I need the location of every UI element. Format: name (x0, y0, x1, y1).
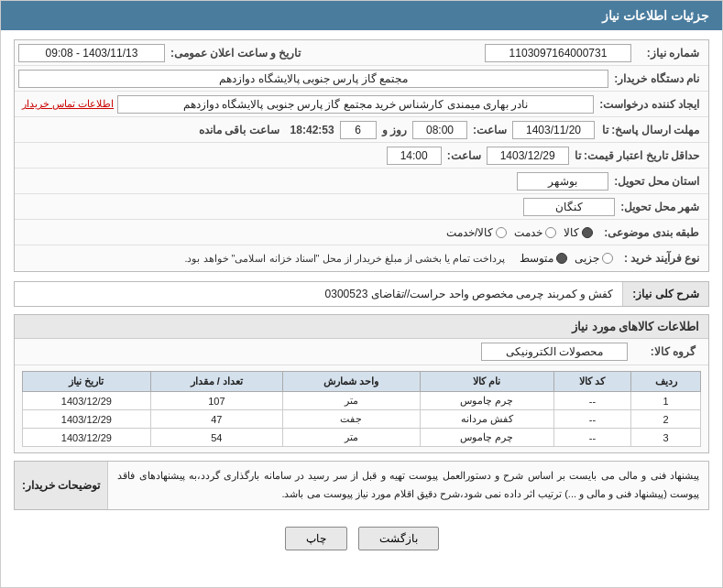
purchase-radio-partial (602, 253, 613, 264)
category-goods-label: کالا (564, 226, 579, 239)
row-creator: ایجاد کننده درخواست: نادر بهاری میمندی ک… (15, 92, 708, 117)
table-cell: -- (553, 410, 630, 429)
goods-table-container: ردیف کد کالا نام کالا واحد شمارش تعداد /… (15, 365, 708, 452)
table-row: 2--کفش مردانهجفت471403/12/29 (23, 410, 701, 429)
price-date-value: 1403/12/29 (487, 147, 569, 165)
table-cell: 1 (631, 392, 701, 410)
col-header-name: نام کالا (420, 372, 553, 392)
need-number-label: شماره نیاز: (631, 45, 705, 61)
purchase-radio-group: جزیی متوسط (514, 250, 619, 267)
purchase-option-partial[interactable]: جزیی (575, 252, 613, 265)
reply-day-value: 6 (340, 121, 377, 139)
province-label: استان محل تحویل: (608, 173, 705, 190)
table-cell: 107 (150, 392, 282, 410)
reply-date-value: 1403/11/20 (512, 121, 595, 139)
table-row: 1--چرم چاموسمتر1071403/12/29 (23, 392, 701, 410)
purchase-partial-label: جزیی (575, 252, 599, 265)
category-label: طبقه بندی موضوعی: (598, 224, 705, 241)
category-radio-group: کالا خدمت کالا/خدمت (441, 224, 598, 241)
reply-deadline-label: مهلت ارسال پاسخ: تا (595, 122, 705, 138)
col-header-unit: واحد شمارش (282, 372, 420, 392)
purchase-radio-medium (556, 253, 567, 264)
table-cell: -- (553, 392, 630, 410)
category-service-label: خدمت (514, 226, 542, 239)
creator-label: ایجاد کننده درخواست: (594, 96, 705, 113)
category-option-goods[interactable]: کالا (564, 226, 593, 239)
main-form-section: شماره نیاز: 1103097164000731 تاریخ و ساع… (14, 39, 709, 272)
table-cell: 2 (631, 410, 701, 429)
page-wrapper: جزئیات اطلاعات نیاز شماره نیاز: 11030971… (0, 0, 723, 588)
col-header-date: تاریخ نیاز (23, 372, 151, 392)
buyer-notes-label: توضیحات خریدار: (15, 462, 108, 509)
col-header-qty: تعداد / مقدار (150, 372, 282, 392)
table-cell: 54 (150, 429, 282, 447)
buyer-notes-text: پیشنهاد فنی و مالی می بایست بر اساس شرح … (108, 462, 708, 509)
table-cell: کفش مردانه (420, 410, 553, 429)
goods-group-value: محصولات الکترونیکی (481, 343, 628, 361)
category-option-both[interactable]: کالا/خدمت (446, 226, 507, 239)
goods-group-row: گروه کالا: محصولات الکترونیکی (15, 339, 708, 365)
need-description-section: شرح کلی نیاز: کفش و کمربند چرمی مخصوص وا… (14, 281, 709, 307)
purchase-option-medium[interactable]: متوسط (520, 252, 567, 265)
table-cell: جفت (282, 410, 420, 429)
date-value: 1403/11/13 - 09:08 (18, 44, 165, 62)
reply-time-value: 08:00 (412, 121, 467, 139)
reply-remaining-label: ساعت باقی مانده (193, 122, 285, 138)
table-cell: متر (282, 392, 420, 410)
category-option-service[interactable]: خدمت (514, 226, 556, 239)
buttons-row: بازگشت چاپ (14, 519, 709, 554)
main-content: شماره نیاز: 1103097164000731 تاریخ و ساع… (1, 30, 722, 563)
purchase-type-label: نوع فرآیند خرید : (619, 250, 705, 267)
row-province: استان محل تحویل: بوشهر (15, 169, 708, 194)
category-radio-both (496, 227, 507, 238)
buyer-name-label: نام دستگاه خریدار: (608, 71, 705, 87)
city-label: شهر محل تحویل: (615, 199, 705, 215)
print-button[interactable]: چاپ (285, 527, 347, 550)
table-cell: 47 (150, 410, 282, 429)
col-header-code: کد کالا (553, 372, 630, 392)
buyer-name-value: مجتمع گاز پارس جنوبی پالایشگاه دوازدهم (18, 70, 608, 88)
goods-info-title: اطلاعات کالاهای مورد نیاز (15, 315, 708, 339)
need-description-label: شرح کلی نیاز: (622, 282, 708, 306)
table-cell: چرم چاموس (420, 392, 553, 410)
price-time-label: ساعت: (442, 147, 487, 164)
table-cell: 3 (631, 429, 701, 447)
reply-day-label: روز و (377, 122, 412, 138)
city-value: کنگان (523, 198, 615, 216)
creator-value: نادر بهاری میمندی کارشناس خرید مجتمع گاز… (117, 95, 594, 114)
goods-table: ردیف کد کالا نام کالا واحد شمارش تعداد /… (22, 371, 701, 447)
row-category: طبقه بندی موضوعی: کالا خدمت کالا/خدمت (15, 220, 708, 245)
reply-remaining-value: 18:42:53 (285, 122, 340, 138)
goods-info-section: اطلاعات کالاهای مورد نیاز گروه کالا: محص… (14, 314, 709, 453)
category-radio-service (545, 227, 556, 238)
category-radio-goods (582, 227, 593, 238)
purchase-medium-label: متوسط (520, 252, 553, 265)
price-time-value: 14:00 (387, 147, 442, 165)
table-cell: چرم چاموس (420, 429, 553, 447)
back-button[interactable]: بازگشت (358, 527, 439, 550)
need-description-value: کفش و کمربند چرمی مخصوص واحد حراست//تقاض… (15, 282, 622, 306)
goods-group-label: گروه کالا: (628, 343, 701, 360)
table-cell: متر (282, 429, 420, 447)
province-value: بوشهر (517, 172, 608, 191)
row-reply-deadline: مهلت ارسال پاسخ: تا 1403/11/20 ساعت: 08:… (15, 117, 708, 143)
row-city: شهر محل تحویل: کنگان (15, 194, 708, 220)
reply-time-label: ساعت: (467, 122, 512, 138)
table-cell: 1403/12/29 (23, 429, 151, 447)
price-deadline-label: حداقل تاریخ اعتبار قیمت: تا (569, 147, 705, 164)
page-header: جزئیات اطلاعات نیاز (1, 1, 722, 30)
row-need-number: شماره نیاز: 1103097164000731 تاریخ و ساع… (15, 40, 708, 66)
page-title: جزئیات اطلاعات نیاز (602, 8, 709, 23)
row-price-deadline: حداقل تاریخ اعتبار قیمت: تا 1403/12/29 س… (15, 143, 708, 169)
buyer-notes-content: پیشنهاد فنی و مالی می بایست بر اساس شرح … (117, 470, 699, 499)
row-buyer-name: نام دستگاه خریدار: مجتمع گاز پارس جنوبی … (15, 66, 708, 92)
need-number-value: 1103097164000731 (485, 44, 631, 62)
table-cell: -- (553, 429, 630, 447)
buyer-notes-section: پیشنهاد فنی و مالی می بایست بر اساس شرح … (14, 461, 709, 510)
table-row: 3--چرم چاموسمتر541403/12/29 (23, 429, 701, 447)
table-cell: 1403/12/29 (23, 392, 151, 410)
purchase-note: پرداخت تمام یا بخشی از مبلغ خریدار از مح… (184, 253, 514, 265)
row-purchase-type: نوع فرآیند خرید : جزیی متوسط پرداخت تمام… (15, 245, 708, 271)
contact-link[interactable]: اطلاعات تماس خریدار (18, 98, 117, 110)
category-both-label: کالا/خدمت (446, 226, 493, 239)
